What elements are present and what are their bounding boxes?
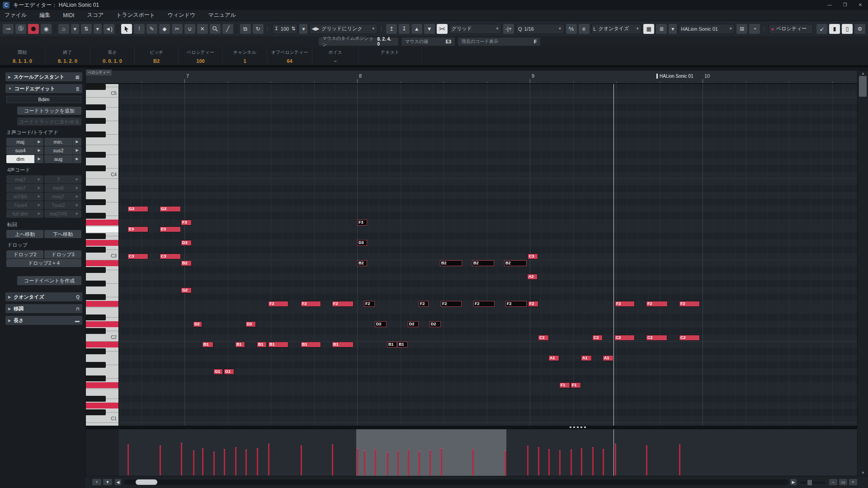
piano-key-black[interactable] [86, 84, 106, 90]
menu-item-0[interactable]: ファイル [5, 11, 27, 19]
midi-note[interactable]: D2 [429, 321, 441, 327]
menu-item-4[interactable]: トランスポート [116, 11, 155, 19]
menu-item-2[interactable]: MIDI [63, 12, 74, 19]
velocity-bar[interactable] [364, 450, 365, 475]
chord-button-sus2[interactable]: sus2▶ [44, 146, 81, 155]
midi-note[interactable]: F2 [679, 301, 700, 307]
midi-note[interactable]: F2 [268, 301, 288, 307]
menu-item-3[interactable]: スコア [87, 11, 104, 19]
info-column-value[interactable]: 1 [223, 58, 267, 64]
velocity-bar[interactable] [235, 447, 236, 475]
chord-play-arrow-icon[interactable]: ▶ [34, 146, 43, 155]
step-input-button[interactable]: ▦ [643, 24, 654, 34]
midi-note[interactable]: B2 [472, 260, 494, 266]
part-edit-mode-button[interactable]: ⇅ [81, 24, 92, 34]
scroll-down-icon[interactable]: ▼ [858, 471, 868, 475]
note-expression-button[interactable]: ⊞ [736, 24, 747, 34]
velocity-bar[interactable] [571, 450, 572, 475]
quantize-preset-dropdown[interactable]: Q 1/16 ▼ [516, 24, 564, 34]
piano-key-chord-highlight[interactable] [86, 382, 119, 388]
add-chord-track-button[interactable]: コードトラックを追加 [17, 107, 81, 115]
midi-note[interactable]: F3 [357, 220, 367, 225]
add-controller-lane-button[interactable]: + [92, 479, 101, 485]
zoom-tool[interactable] [210, 24, 221, 34]
nudge-start-left-button[interactable]: ↥ [386, 24, 397, 34]
piano-key-black[interactable] [86, 267, 106, 273]
midi-note[interactable]: F2 [419, 301, 429, 307]
scroll-right-icon[interactable]: ▶ [790, 479, 797, 485]
transpose-section-header[interactable]: ▶ 移調 ⊓ [5, 304, 82, 313]
piano-key-black[interactable] [86, 233, 106, 239]
part-name-label[interactable]: HALion Sonic 01 [656, 74, 693, 79]
midi-note[interactable]: C2 [614, 335, 635, 341]
quantize-panel-button[interactable]: e [579, 24, 590, 34]
piano-key-chord-highlight[interactable] [86, 301, 119, 307]
chord-button-label[interactable]: sus2 [44, 146, 72, 155]
chord-button-label[interactable]: dim [6, 155, 34, 163]
velocity-bar[interactable] [127, 445, 129, 475]
create-chord-event-button[interactable]: コードイベントを作成 [17, 276, 81, 285]
piano-key-black[interactable] [86, 396, 106, 402]
clock-icon[interactable]: ◔ [749, 24, 760, 34]
velocity-bar[interactable] [408, 450, 409, 475]
midi-note[interactable]: F2 [615, 301, 635, 307]
midi-note[interactable]: F2 [301, 301, 321, 307]
piano-key-black[interactable] [86, 294, 106, 300]
right-zone-toggle[interactable]: ▯ [842, 24, 853, 34]
maximize-button[interactable]: ❐ [837, 0, 853, 10]
scroll-left-icon[interactable]: ◀ [115, 479, 121, 485]
chord-button-label[interactable]: min. [44, 138, 72, 146]
piano-key-black[interactable] [86, 118, 106, 124]
zoom-in-button[interactable]: + [849, 479, 857, 485]
horizontal-zoom-slider[interactable] [800, 482, 826, 483]
line-tool[interactable]: ╱ [222, 24, 233, 34]
midi-note[interactable]: F2 [528, 301, 538, 307]
autoscroll-button[interactable]: ⌂ [58, 24, 69, 34]
length-quantize-dropdown[interactable]: L クオンタイズ ▼ [591, 24, 642, 34]
minimize-button[interactable]: — [822, 0, 837, 10]
vertical-scrollbar[interactable]: ▲ ▼ [857, 70, 868, 476]
lane-preset-dropdown[interactable]: ▼ [103, 479, 112, 485]
erase-tool[interactable]: ◆ [159, 24, 170, 34]
split-tool[interactable]: ✂ [172, 24, 183, 34]
velocity-bar[interactable] [615, 444, 616, 475]
part-edit-options-dropdown[interactable]: ▾ [94, 24, 102, 34]
menu-item-1[interactable]: 編集 [39, 11, 50, 19]
midi-note[interactable]: G1 [213, 369, 223, 375]
velocity-bar[interactable] [245, 450, 247, 475]
horizontal-scrollbar[interactable] [124, 479, 788, 485]
midi-note[interactable]: C2 [538, 335, 549, 341]
playhead-cursor[interactable] [613, 84, 614, 426]
info-column-value[interactable]: 0. 0. 1. 0 [90, 58, 134, 64]
insert-velocity-field[interactable]: ↧ 100 ⇅ [272, 24, 298, 34]
cc-lane-dropdown[interactable]: ● ベロシティー [769, 24, 813, 34]
midi-note[interactable]: F2 [332, 301, 354, 307]
midi-note[interactable]: F2 [646, 301, 668, 307]
piano-key-chord-highlight[interactable] [86, 342, 119, 347]
midi-note[interactable]: F2 [441, 301, 462, 307]
snap-type-dropdown[interactable]: グリッド ▼ [449, 24, 501, 34]
midi-note[interactable]: G2 [181, 287, 192, 293]
horizontal-scroll-thumb[interactable] [136, 479, 157, 485]
velocity-bar[interactable] [332, 445, 333, 475]
velocity-bar[interactable] [592, 447, 594, 475]
drop24-button[interactable]: ドロップ2 + 4 [6, 259, 81, 267]
velocity-bar[interactable] [357, 448, 359, 475]
midi-note[interactable]: B1 [332, 342, 354, 347]
open-in-lower-zone-button[interactable]: ↙ [816, 24, 827, 34]
velocity-bar[interactable] [646, 446, 647, 475]
zoom-preset-button[interactable]: ▭ [839, 479, 847, 485]
midi-note[interactable]: D2 [193, 321, 202, 327]
length-section-header[interactable]: ▶ 長さ ▬ [5, 316, 82, 325]
chord-button-aug[interactable]: aug▶ [44, 155, 81, 163]
midi-note[interactable]: D3 [181, 240, 192, 246]
input-options-dropdown[interactable]: ▾ [669, 24, 677, 34]
chord-play-arrow-icon[interactable]: ▶ [72, 155, 81, 163]
velocity-bar[interactable] [527, 446, 528, 475]
piano-key-chord-highlight[interactable] [86, 240, 119, 246]
midi-note[interactable]: B1 [268, 342, 288, 347]
velocity-bar[interactable] [387, 452, 388, 475]
solo-editor-button[interactable]: Ⓢ [15, 24, 26, 34]
info-column-value[interactable]: 64 [267, 58, 312, 64]
chord-play-arrow-icon[interactable]: ▶ [72, 146, 81, 155]
